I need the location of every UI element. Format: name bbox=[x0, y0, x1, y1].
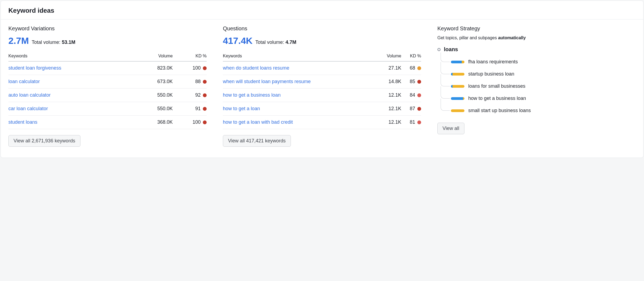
kd-value: 100 bbox=[173, 61, 207, 75]
table-row: when do student loans resume27.1K68 bbox=[223, 61, 421, 75]
strategy-branch: startup business loan bbox=[451, 68, 636, 80]
variations-total: Total volume: 53.1M bbox=[32, 40, 75, 45]
volume-value: 12.1K bbox=[376, 116, 401, 129]
difficulty-dot-icon bbox=[203, 80, 207, 84]
table-row: car loan calculator550.0K91 bbox=[8, 102, 207, 116]
table-row: how to get a loan12.1K87 bbox=[223, 102, 421, 116]
keyword-link[interactable]: how to get a business loan bbox=[223, 92, 281, 98]
keyword-link[interactable]: how to get a loan bbox=[223, 106, 260, 111]
questions-table: Keywords Volume KD % when do student loa… bbox=[223, 51, 421, 129]
branch-connector-icon bbox=[441, 62, 450, 74]
variations-title: Keyword Variations bbox=[8, 25, 207, 32]
distribution-bar-icon bbox=[451, 109, 464, 112]
keyword-link[interactable]: loan calculator bbox=[8, 79, 40, 84]
branch-label: startup business loan bbox=[468, 71, 514, 77]
keyword-variations-column: Keyword Variations 2.7M Total volume: 53… bbox=[8, 25, 207, 147]
strategy-branch: loans for small businesses bbox=[451, 80, 636, 92]
difficulty-dot-icon bbox=[417, 120, 421, 124]
distribution-bar-icon bbox=[451, 97, 464, 100]
volume-value: 27.1K bbox=[376, 61, 401, 75]
difficulty-dot-icon bbox=[203, 66, 207, 70]
branch-connector-icon bbox=[441, 86, 450, 99]
questions-count[interactable]: 417.4K bbox=[223, 35, 253, 46]
difficulty-dot-icon bbox=[203, 93, 207, 97]
col-volume: Volume bbox=[135, 51, 173, 61]
table-row: loan calculator673.0K88 bbox=[8, 75, 207, 89]
keyword-link[interactable]: when do student loans resume bbox=[223, 65, 289, 71]
strategy-column: Keyword Strategy Get topics, pillar and … bbox=[437, 25, 636, 147]
difficulty-dot-icon bbox=[417, 80, 421, 84]
table-row: student loans368.0K100 bbox=[8, 116, 207, 129]
view-all-questions-button[interactable]: View all 417,421 keywords bbox=[223, 135, 291, 147]
col-kd: KD % bbox=[173, 51, 207, 61]
branch-connector-icon bbox=[441, 99, 450, 111]
strategy-branch: small start up business loans bbox=[451, 104, 636, 117]
kd-value: 100 bbox=[173, 116, 207, 129]
col-keywords: Keywords bbox=[223, 51, 376, 61]
volume-value: 673.0K bbox=[135, 75, 173, 89]
table-row: how to get a loan with bad credit12.1K81 bbox=[223, 116, 421, 129]
variations-metric-line: 2.7M Total volume: 53.1M bbox=[8, 35, 207, 46]
branch-label: small start up business loans bbox=[468, 108, 531, 113]
keyword-link[interactable]: how to get a loan with bad credit bbox=[223, 119, 293, 125]
difficulty-dot-icon bbox=[203, 107, 207, 111]
difficulty-dot-icon bbox=[203, 120, 207, 124]
volume-value: 550.0K bbox=[135, 102, 173, 116]
volume-value: 12.1K bbox=[376, 89, 401, 102]
branch-connector-icon bbox=[441, 53, 450, 62]
table-row: auto loan calculator550.0K92 bbox=[8, 89, 207, 102]
branch-label: loans for small businesses bbox=[468, 83, 525, 89]
kd-value: 68 bbox=[401, 61, 421, 75]
table-row: how to get a business loan12.1K84 bbox=[223, 89, 421, 102]
volume-value: 14.8K bbox=[376, 75, 401, 89]
card-title: Keyword ideas bbox=[8, 7, 636, 14]
kd-value: 91 bbox=[173, 102, 207, 116]
kd-value: 92 bbox=[173, 89, 207, 102]
kd-value: 85 bbox=[401, 75, 421, 89]
keyword-link[interactable]: car loan calculator bbox=[8, 106, 48, 111]
table-row: student loan forgiveness823.0K100 bbox=[8, 61, 207, 75]
keyword-link[interactable]: auto loan calculator bbox=[8, 92, 51, 98]
view-all-variations-button[interactable]: View all 2,671,936 keywords bbox=[8, 135, 80, 147]
strategy-title: Keyword Strategy bbox=[437, 25, 636, 32]
col-volume: Volume bbox=[376, 51, 401, 61]
keyword-link[interactable]: when will student loan payments resume bbox=[223, 79, 311, 84]
kd-value: 88 bbox=[173, 75, 207, 89]
questions-title: Questions bbox=[223, 25, 421, 32]
difficulty-dot-icon bbox=[417, 107, 421, 111]
distribution-bar-icon bbox=[451, 85, 464, 88]
volume-value: 12.1K bbox=[376, 102, 401, 116]
kd-value: 84 bbox=[401, 89, 421, 102]
strategy-subtitle: Get topics, pillar and subpages automati… bbox=[437, 35, 636, 40]
questions-metric-line: 417.4K Total volume: 4.7M bbox=[223, 35, 421, 46]
variations-count[interactable]: 2.7M bbox=[8, 35, 29, 46]
branch-connector-icon bbox=[441, 74, 450, 86]
distribution-bar-icon bbox=[451, 61, 464, 63]
strategy-root: loans bbox=[437, 46, 636, 53]
difficulty-dot-icon bbox=[417, 66, 421, 70]
difficulty-dot-icon bbox=[417, 93, 421, 97]
root-label: loans bbox=[444, 46, 458, 53]
col-keywords: Keywords bbox=[8, 51, 135, 61]
card-header: Keyword ideas bbox=[1, 1, 643, 19]
kd-value: 81 bbox=[401, 116, 421, 129]
branch-label: how to get a business loan bbox=[468, 96, 526, 101]
volume-value: 823.0K bbox=[135, 61, 173, 75]
keyword-ideas-card: Keyword ideas Keyword Variations 2.7M To… bbox=[1, 1, 643, 158]
root-node-icon bbox=[437, 48, 441, 51]
volume-value: 368.0K bbox=[135, 116, 173, 129]
variations-table: Keywords Volume KD % student loan forgiv… bbox=[8, 51, 207, 129]
table-row: when will student loan payments resume14… bbox=[223, 75, 421, 89]
volume-value: 550.0K bbox=[135, 89, 173, 102]
distribution-bar-icon bbox=[451, 73, 464, 76]
branch-label: fha loans requirements bbox=[468, 59, 518, 65]
questions-column: Questions 417.4K Total volume: 4.7M Keyw… bbox=[223, 25, 421, 147]
col-kd: KD % bbox=[401, 51, 421, 61]
kd-value: 87 bbox=[401, 102, 421, 116]
keyword-link[interactable]: student loans bbox=[8, 119, 37, 125]
questions-total: Total volume: 4.7M bbox=[255, 40, 296, 45]
strategy-tree: loans fha loans requirementsstartup busi… bbox=[437, 46, 636, 117]
view-all-strategy-button[interactable]: View all bbox=[437, 123, 464, 134]
strategy-branch: how to get a business loan bbox=[451, 92, 636, 104]
keyword-link[interactable]: student loan forgiveness bbox=[8, 65, 61, 71]
